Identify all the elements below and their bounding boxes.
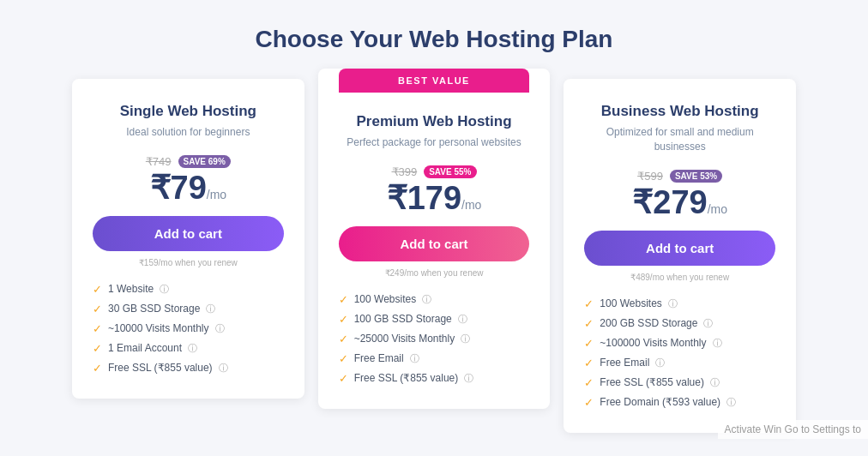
add-to-cart-button-single[interactable]: Add to cart: [93, 216, 284, 251]
feature-text: Free SSL (₹855 value): [600, 376, 704, 388]
feature-text: Free SSL (₹855 value): [354, 372, 459, 384]
check-icon: ✓: [584, 317, 594, 330]
plan-name-business: Business Web Hosting: [584, 103, 775, 120]
check-icon: ✓: [584, 297, 594, 310]
info-icon[interactable]: ⓘ: [703, 317, 713, 330]
feature-text: 1 Email Account: [108, 342, 182, 354]
save-badge-business: SAVE 53%: [670, 170, 722, 183]
save-badge-single: SAVE 69%: [178, 155, 231, 168]
info-icon[interactable]: ⓘ: [461, 333, 470, 345]
info-icon[interactable]: ⓘ: [655, 357, 665, 369]
info-icon[interactable]: ⓘ: [710, 376, 720, 389]
info-icon[interactable]: ⓘ: [726, 396, 736, 409]
info-icon[interactable]: ⓘ: [713, 337, 722, 350]
feature-item: ✓ 100 GB SSD Storage ⓘ: [339, 309, 530, 329]
plan-desc-premium: Perfect package for personal websites: [339, 135, 530, 150]
page-title: Choose Your Web Hosting Plan: [256, 26, 613, 53]
info-icon[interactable]: ⓘ: [206, 303, 215, 315]
add-to-cart-button-business[interactable]: Add to cart: [584, 231, 775, 266]
feature-item: ✓ 100 Websites ⓘ: [584, 294, 775, 314]
feature-item: ✓ Free SSL (₹855 value) ⓘ: [339, 369, 530, 388]
plan-card-premium: BEST VALUEPremium Web HostingPerfect pac…: [318, 69, 551, 409]
feature-text: 200 GB SSD Storage: [600, 317, 697, 329]
check-icon: ✓: [584, 396, 594, 409]
renew-note-single: ₹159/mo when you renew: [93, 258, 284, 267]
original-price-business: ₹599: [637, 170, 663, 183]
feature-text: Free Domain (₹593 value): [600, 396, 720, 408]
feature-text: Free Email: [600, 357, 649, 369]
feature-text: 100 Websites: [354, 293, 417, 305]
price-row-single: ₹749 SAVE 69%: [93, 155, 284, 168]
feature-text: 30 GB SSD Storage: [108, 303, 200, 315]
plan-card-single: Single Web HostingIdeal solution for beg…: [72, 79, 304, 399]
add-to-cart-button-premium[interactable]: Add to cart: [339, 226, 530, 261]
main-price-premium: ₹179/mo: [339, 182, 530, 214]
plan-name-premium: Premium Web Hosting: [339, 113, 530, 130]
plan-name-single: Single Web Hosting: [93, 103, 284, 120]
feature-text: 100 GB SSD Storage: [354, 313, 452, 325]
check-icon: ✓: [339, 372, 348, 385]
feature-item: ✓ 1 Email Account ⓘ: [93, 339, 284, 358]
check-icon: ✓: [93, 283, 102, 296]
check-icon: ✓: [584, 376, 594, 389]
plan-desc-business: Optimized for small and medium businesse…: [584, 125, 775, 154]
activate-windows-watermark: Activate Win Go to Settings to: [718, 420, 868, 439]
check-icon: ✓: [339, 313, 348, 326]
feature-text: 100 Websites: [600, 297, 662, 309]
features-list-business: ✓ 100 Websites ⓘ ✓ 200 GB SSD Storage ⓘ …: [584, 294, 775, 412]
check-icon: ✓: [93, 322, 102, 335]
features-list-premium: ✓ 100 Websites ⓘ ✓ 100 GB SSD Storage ⓘ …: [339, 290, 530, 388]
feature-text: ~25000 Visits Monthly: [354, 333, 455, 345]
feature-text: Free SSL (₹855 value): [108, 362, 213, 374]
feature-item: ✓ 200 GB SSD Storage ⓘ: [584, 314, 775, 333]
per-mo-premium: /mo: [461, 198, 481, 212]
original-price-premium: ₹399: [392, 165, 418, 178]
check-icon: ✓: [93, 342, 102, 355]
info-icon[interactable]: ⓘ: [219, 362, 228, 375]
feature-item: ✓ Free Domain (₹593 value) ⓘ: [584, 393, 775, 412]
info-icon[interactable]: ⓘ: [464, 372, 473, 385]
info-icon[interactable]: ⓘ: [422, 293, 431, 306]
renew-note-premium: ₹249/mo when you renew: [339, 268, 530, 278]
plan-desc-single: Ideal solution for beginners: [93, 125, 284, 140]
feature-text: Free Email: [354, 352, 404, 364]
feature-item: ✓ ~25000 Visits Monthly ⓘ: [339, 329, 530, 349]
feature-item: ✓ Free SSL (₹855 value) ⓘ: [93, 358, 284, 378]
renew-note-business: ₹489/mo when you renew: [584, 273, 775, 282]
feature-item: ✓ ~100000 Visits Monthly ⓘ: [584, 333, 775, 353]
feature-text: 1 Website: [108, 283, 154, 295]
feature-item: ✓ Free SSL (₹855 value) ⓘ: [584, 373, 775, 393]
info-icon[interactable]: ⓘ: [458, 313, 467, 326]
check-icon: ✓: [339, 293, 348, 306]
original-price-single: ₹749: [146, 155, 172, 168]
features-list-single: ✓ 1 Website ⓘ ✓ 30 GB SSD Storage ⓘ ✓ ~1…: [93, 279, 284, 378]
plan-card-business: Business Web HostingOptimized for small …: [564, 79, 796, 433]
check-icon: ✓: [584, 357, 594, 369]
main-price-single: ₹79/mo: [93, 171, 284, 204]
feature-item: ✓ 30 GB SSD Storage ⓘ: [93, 299, 284, 319]
info-icon[interactable]: ⓘ: [160, 283, 169, 296]
feature-item: ✓ ~10000 Visits Monthly ⓘ: [93, 319, 284, 339]
main-price-business: ₹279/mo: [584, 186, 775, 219]
feature-item: ✓ 100 Websites ⓘ: [339, 290, 530, 309]
per-mo-business: /mo: [708, 202, 727, 216]
per-mo-single: /mo: [207, 188, 226, 201]
info-icon[interactable]: ⓘ: [410, 352, 419, 365]
check-icon: ✓: [93, 303, 102, 315]
plans-container: Single Web HostingIdeal solution for beg…: [65, 79, 803, 433]
best-value-banner: BEST VALUE: [339, 69, 530, 93]
info-icon[interactable]: ⓘ: [215, 322, 225, 335]
check-icon: ✓: [339, 352, 348, 365]
feature-text: ~10000 Visits Monthly: [108, 322, 209, 334]
price-row-business: ₹599 SAVE 53%: [584, 170, 775, 183]
info-icon[interactable]: ⓘ: [188, 342, 197, 355]
price-row-premium: ₹399 SAVE 55%: [339, 165, 530, 178]
check-icon: ✓: [93, 362, 102, 375]
save-badge-premium: SAVE 55%: [424, 165, 476, 178]
feature-item: ✓ Free Email ⓘ: [584, 353, 775, 373]
info-icon[interactable]: ⓘ: [668, 297, 678, 310]
feature-text: ~100000 Visits Monthly: [600, 337, 706, 349]
feature-item: ✓ 1 Website ⓘ: [93, 279, 284, 299]
check-icon: ✓: [584, 337, 594, 350]
check-icon: ✓: [339, 333, 348, 345]
